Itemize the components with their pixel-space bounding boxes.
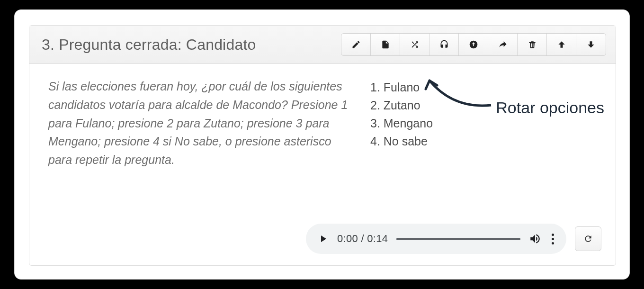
- pencil-icon: [351, 40, 361, 49]
- delete-button[interactable]: [518, 34, 547, 55]
- current-time: 0:00: [337, 233, 358, 244]
- audio-player: 0:00 / 0:14: [306, 224, 566, 254]
- card-header: 3. Pregunta cerrada: Candidato: [29, 26, 616, 64]
- play-button[interactable]: [317, 233, 329, 244]
- option-number: 1.: [370, 81, 384, 94]
- upload-button[interactable]: [459, 34, 488, 55]
- audio-button[interactable]: [429, 34, 459, 55]
- trash-icon: [528, 40, 537, 49]
- option-label: Zutano: [384, 99, 420, 112]
- share-icon: [498, 40, 508, 49]
- kebab-icon: [550, 232, 556, 246]
- share-button[interactable]: [488, 34, 518, 55]
- option-list: 1. Fulano 2. Zutano 3. Mengano 4. No sab…: [370, 77, 597, 169]
- play-icon: [317, 233, 329, 244]
- screenshot-frame: 3. Pregunta cerrada: Candidato: [14, 9, 630, 280]
- option-row: 4. No sabe: [370, 132, 597, 150]
- reload-button[interactable]: [575, 226, 601, 251]
- move-up-button[interactable]: [547, 34, 576, 55]
- progress-slider[interactable]: [396, 238, 520, 240]
- time-display: 0:00 / 0:14: [337, 233, 388, 245]
- file-icon: [381, 40, 390, 49]
- question-text: Si las elecciones fueran hoy, ¿por cuál …: [48, 77, 351, 169]
- option-row: 1. Fulano: [370, 78, 597, 96]
- question-toolbar: [341, 33, 606, 56]
- volume-icon: [529, 233, 541, 245]
- copy-button[interactable]: [371, 34, 400, 55]
- option-label: No sabe: [384, 135, 428, 148]
- option-row: 3. Mengano: [370, 114, 597, 132]
- card-body: Si las elecciones fueran hoy, ¿por cuál …: [29, 64, 616, 169]
- option-number: 4.: [370, 135, 384, 148]
- shuffle-button[interactable]: [400, 34, 429, 55]
- audio-menu-button[interactable]: [550, 232, 556, 246]
- edit-button[interactable]: [341, 34, 371, 55]
- option-row: 2. Zutano: [370, 96, 597, 114]
- total-time: 0:14: [367, 233, 388, 244]
- upload-icon: [469, 40, 478, 49]
- arrow-up-icon: [557, 40, 566, 49]
- option-number: 2.: [370, 99, 384, 112]
- headphones-icon: [439, 40, 449, 49]
- volume-button[interactable]: [529, 233, 541, 245]
- refresh-icon: [583, 234, 593, 244]
- question-card: 3. Pregunta cerrada: Candidato: [29, 25, 616, 266]
- arrow-down-icon: [586, 40, 596, 49]
- audio-row: 0:00 / 0:14: [306, 224, 601, 254]
- move-down-button[interactable]: [576, 34, 606, 55]
- option-label: Mengano: [384, 117, 433, 130]
- option-number: 3.: [370, 117, 384, 130]
- option-label: Fulano: [384, 81, 420, 94]
- shuffle-icon: [410, 40, 420, 49]
- question-title: 3. Pregunta cerrada: Candidato: [42, 36, 256, 54]
